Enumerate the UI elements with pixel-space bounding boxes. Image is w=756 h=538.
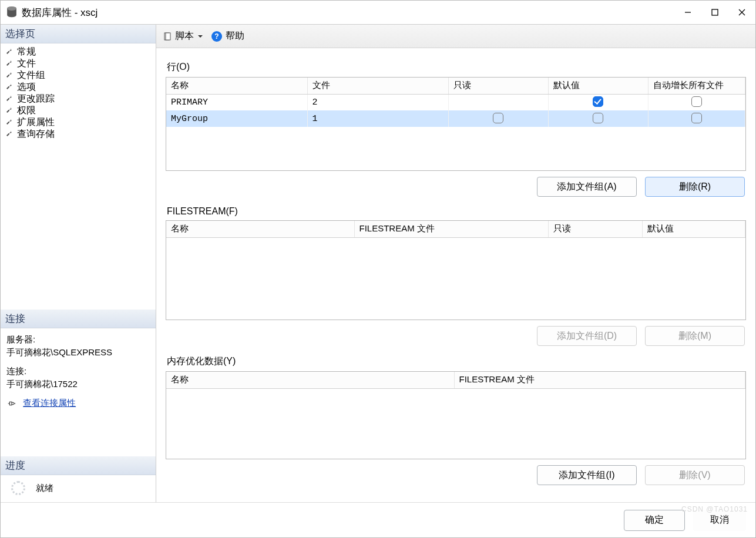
cell-autogrow [648, 110, 745, 127]
filestream-grid[interactable]: 名称 FILESTREAM 文件 只读 默认值 [166, 220, 746, 320]
add-filegroup-fs-button[interactable]: 添加文件组(D) [537, 326, 637, 346]
close-button[interactable] [728, 1, 755, 24]
svg-rect-7 [166, 33, 170, 40]
cell-default [548, 110, 648, 127]
cell-files: 1 [307, 110, 448, 127]
toolbar: 脚本 ? 帮助 [156, 25, 755, 48]
mem-col-name[interactable]: 名称 [166, 372, 454, 388]
sidebar-item-label: 更改跟踪 [17, 93, 55, 105]
wrench-icon [5, 118, 14, 126]
sidebar-item-label: 选项 [17, 81, 36, 93]
progress-header: 进度 [1, 456, 156, 475]
svg-rect-3 [712, 9, 718, 15]
wrench-icon [5, 95, 14, 103]
database-icon [6, 6, 17, 19]
sidebar-item-label: 文件组 [17, 69, 45, 81]
pages-list: 常规文件文件组选项更改跟踪权限扩展属性查询存储 [1, 43, 156, 144]
fs-col-default[interactable]: 默认值 [642, 221, 745, 237]
sidebar-page-item[interactable]: 扩展属性 [4, 116, 152, 128]
checkbox[interactable] [493, 113, 503, 123]
chevron-down-icon[interactable] [197, 33, 203, 39]
sidebar-page-item[interactable]: 选项 [4, 81, 152, 93]
script-icon [163, 32, 172, 41]
memory-grid[interactable]: 名称 FILESTREAM 文件 [166, 371, 746, 459]
delete-fs-button[interactable]: 删除(M) [645, 326, 745, 346]
wrench-icon [5, 130, 14, 138]
wrench-icon [5, 48, 14, 56]
table-row[interactable]: PRIMARY2 [166, 94, 745, 110]
sidebar-item-label: 权限 [17, 105, 36, 116]
col-default[interactable]: 默认值 [548, 78, 648, 94]
cell-name[interactable]: PRIMARY [166, 94, 307, 110]
wrench-icon [5, 71, 14, 79]
sidebar-page-item[interactable]: 权限 [4, 105, 152, 116]
checkbox[interactable] [593, 96, 603, 107]
add-filegroup-mem-button[interactable]: 添加文件组(I) [537, 465, 637, 485]
cell-name[interactable]: MyGroup [166, 110, 307, 127]
rows-grid[interactable]: 名称 文件 只读 默认值 自动增长所有文件 PRIMARY2MyGroup1 [166, 77, 746, 171]
pages-header: 选择页 [1, 25, 156, 43]
script-dropdown[interactable]: 脚本 [175, 30, 194, 42]
progress-status: 就绪 [36, 483, 53, 494]
progress-spinner-icon [11, 481, 25, 495]
server-label: 服务器: [6, 333, 150, 346]
help-icon: ? [211, 31, 222, 42]
wrench-icon [5, 106, 14, 115]
rows-section-label: 行(O) [167, 61, 746, 73]
fs-col-name[interactable]: 名称 [166, 221, 354, 237]
delete-mem-button[interactable]: 删除(V) [645, 465, 745, 485]
connection-header: 连接 [1, 310, 156, 328]
connection-value: 手可摘棉花\17522 [6, 378, 150, 391]
delete-rows-button[interactable]: 删除(R) [645, 177, 745, 197]
connection-label: 连接: [6, 365, 150, 378]
sidebar-item-label: 常规 [17, 46, 36, 58]
col-name[interactable]: 名称 [166, 78, 307, 94]
checkbox[interactable] [691, 96, 702, 107]
cell-autogrow [648, 94, 745, 110]
mem-col-file[interactable]: FILESTREAM 文件 [454, 372, 745, 388]
connection-icon [6, 399, 17, 408]
sidebar-page-item[interactable]: 文件 [4, 58, 152, 69]
cell-files: 2 [307, 94, 448, 110]
sidebar-page-item[interactable]: 文件组 [4, 69, 152, 81]
cancel-button[interactable]: 取消 [693, 510, 746, 531]
wrench-icon [5, 83, 14, 91]
sidebar-item-label: 查询存储 [17, 128, 55, 140]
ok-button[interactable]: 确定 [624, 510, 685, 531]
fs-col-file[interactable]: FILESTREAM 文件 [354, 221, 548, 237]
svg-point-1 [7, 6, 16, 11]
maximize-button[interactable] [701, 1, 728, 24]
sidebar-page-item[interactable]: 常规 [4, 46, 152, 58]
sidebar: 选择页 常规文件文件组选项更改跟踪权限扩展属性查询存储 连接 服务器: 手可摘棉… [1, 24, 156, 502]
cell-default [548, 94, 648, 110]
col-autogrow[interactable]: 自动增长所有文件 [648, 78, 745, 94]
view-connection-properties-link[interactable]: 查看连接属性 [23, 398, 76, 408]
sidebar-page-item[interactable]: 查询存储 [4, 128, 152, 140]
col-files[interactable]: 文件 [307, 78, 448, 94]
wrench-icon [5, 59, 14, 68]
sidebar-item-label: 文件 [17, 58, 36, 69]
cell-readonly [448, 110, 548, 127]
sidebar-page-item[interactable]: 更改跟踪 [4, 93, 152, 105]
checkbox[interactable] [593, 113, 603, 123]
window-title: 数据库属性 - xscj [22, 6, 98, 19]
table-row[interactable]: MyGroup1 [166, 110, 745, 127]
filestream-section-label: FILESTREAM(F) [167, 206, 746, 217]
minimize-button[interactable] [674, 1, 701, 24]
checkbox[interactable] [691, 113, 702, 123]
col-readonly[interactable]: 只读 [448, 78, 548, 94]
server-value: 手可摘棉花\SQLEXPRESS [6, 346, 150, 359]
fs-col-readonly[interactable]: 只读 [548, 221, 642, 237]
memory-section-label: 内存优化数据(Y) [167, 355, 746, 368]
add-filegroup-rows-button[interactable]: 添加文件组(A) [537, 177, 637, 197]
titlebar: 数据库属性 - xscj [1, 1, 755, 24]
help-link[interactable]: 帮助 [226, 30, 244, 42]
cell-readonly [448, 94, 548, 110]
sidebar-item-label: 扩展属性 [17, 116, 55, 128]
dialog-footer: 确定 取消 [1, 502, 755, 537]
